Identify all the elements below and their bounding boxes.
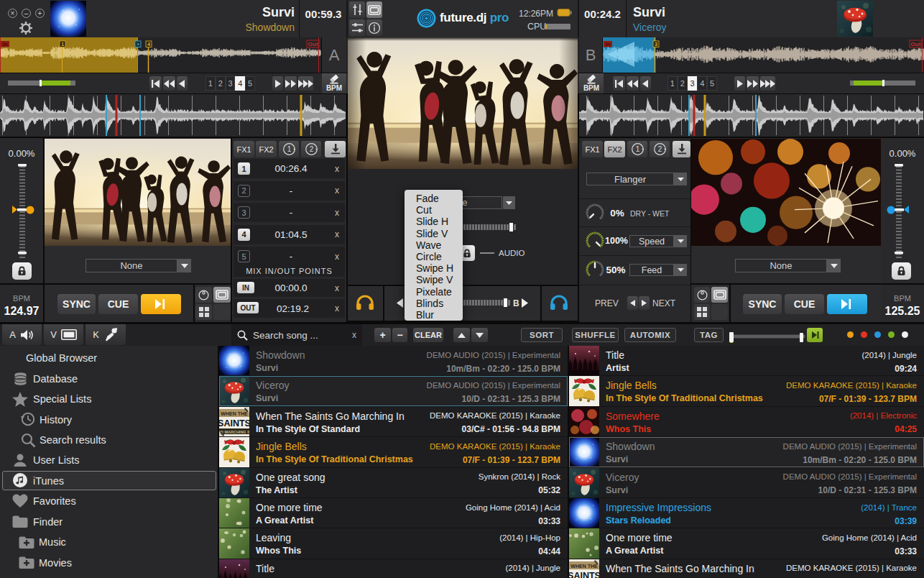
svg-text:WHEN THE: WHEN THE (221, 411, 248, 416)
svg-text:SAINTS: SAINTS (569, 571, 599, 578)
svg-text:>: > (137, 42, 139, 47)
svg-text:2: 2 (657, 145, 662, 153)
svg-text:3: 3 (655, 41, 657, 47)
svg-text:1: 1 (61, 41, 64, 47)
svg-text:1: 1 (287, 145, 291, 153)
svg-text:In: In (2, 41, 7, 47)
svg-text:SAINTS: SAINTS (219, 418, 249, 428)
svg-text:WHEN THE: WHEN THE (570, 564, 598, 569)
svg-text:Out: Out (911, 41, 921, 47)
svg-text:GO MARCHING IN: GO MARCHING IN (219, 430, 249, 434)
svg-text:In: In (605, 41, 610, 47)
svg-text:2: 2 (309, 145, 313, 153)
svg-text:1: 1 (635, 145, 639, 153)
svg-text:Out: Out (308, 41, 318, 47)
